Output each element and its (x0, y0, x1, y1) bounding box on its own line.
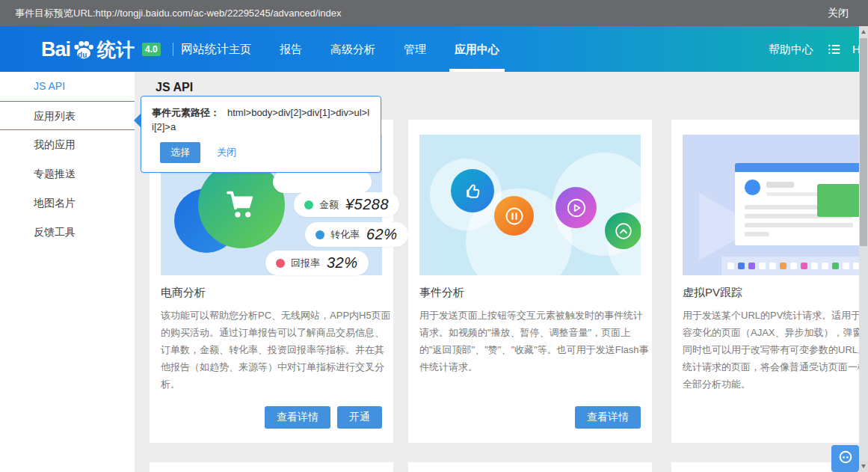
stat-label: 转化率 (330, 228, 360, 242)
tooltip-close-link[interactable]: 关闭 (217, 146, 236, 159)
event-illustration (419, 135, 641, 275)
card-description: 用于发送页面上按钮等交互元素被触发时的事件统计 请求。如视频的"播放、暂停、调整… (419, 307, 644, 376)
dock-square (780, 263, 787, 269)
pause-icon (494, 196, 534, 236)
vertical-scrollbar (859, 26, 868, 472)
tooltip-arrow-icon (134, 113, 141, 128)
scrollbar-down-button[interactable] (859, 461, 868, 472)
dock-square (843, 263, 849, 269)
stat-label: 金额 (319, 198, 339, 212)
sidebar-item-js-api[interactable]: JS API (0, 72, 135, 101)
card-virtual-pv: 虚拟PV跟踪 用于发送某个URL的PV统计请求。适用于统 容变化的页面（AJAX… (671, 120, 868, 443)
logo-divider (173, 43, 173, 56)
customer-service-button[interactable] (831, 445, 859, 472)
card-title: 事件分析 (419, 286, 464, 300)
dock-square (727, 263, 734, 269)
stat-label: 回报率 (291, 257, 320, 270)
baidu-tongji-logo[interactable]: Bai du 统计 4.0 网站统计 (41, 36, 229, 63)
desc-line: 同时也可以用于改写带有可变参数的URL。 (683, 341, 868, 358)
dock-square (822, 263, 828, 269)
stat-dot-roi (276, 259, 285, 268)
nav-item-app-center[interactable]: 应用中心 (440, 26, 514, 72)
logo-text-bai: Bai (41, 38, 70, 61)
logo-text-du: du (78, 51, 87, 59)
avatar (745, 180, 760, 195)
select-button[interactable]: 选择 (160, 142, 200, 163)
dock-square (769, 263, 776, 269)
cart-icon (198, 162, 285, 248)
browser-titlebar (735, 163, 868, 172)
card-event-analysis: 事件分析 用于发送页面上按钮等交互元素被触发时的事件统计 请求。如视频的"播放、… (408, 120, 652, 443)
card-actions: 查看详情 (575, 406, 641, 429)
page-title: JS API (156, 81, 193, 94)
desc-line: 他报告（如趋势、来源等）中对订单指标进行交叉分 (161, 358, 385, 376)
view-details-button[interactable]: 查看详情 (265, 406, 330, 429)
nav-item-manage[interactable]: 管理 (390, 26, 440, 72)
play-icon (555, 187, 597, 228)
thumbs-up-icon (451, 169, 494, 212)
scroll-down-icon (861, 465, 866, 468)
scroll-up-icon (861, 30, 866, 34)
dock-square (832, 263, 839, 269)
placeholder-bar (745, 232, 769, 236)
baidu-paw-icon: du (71, 37, 96, 62)
preview-close-link[interactable]: 关闭 (828, 0, 849, 26)
stat-pill-conversion: 转化率 62% (305, 222, 408, 247)
desc-line: 件统计请求。 (419, 358, 644, 376)
preview-url-label: 事件目标预览URL:http://tongji.baidu.com/ac-web… (15, 0, 341, 26)
headset-icon (837, 448, 855, 469)
stat-pill-roi: 回报率 32% (265, 251, 369, 275)
tooltip-text: 事件元素路径：html>body>div[2]>div[1]>div>ul>li… (152, 105, 370, 134)
nav-item-report[interactable]: 报告 (265, 26, 316, 72)
desc-line: 订单数，金额、转化率、投资回报率等指标。并在其 (161, 341, 385, 358)
version-badge: 4.0 (142, 43, 161, 56)
desc-line: 统计请求的页面，将会像普通受访页面一样 (683, 358, 868, 376)
card-title: 电商分析 (161, 286, 206, 300)
preview-topbar: 事件目标预览URL:http://tongji.baidu.com/ac-web… (0, 0, 868, 26)
desc-line: 用于发送页面上按钮等交互元素被触发时的事件统计 (419, 307, 644, 324)
activate-button[interactable]: 开通 (337, 406, 382, 429)
nav-menu: 主页 报告 高级分析 管理 应用中心 (215, 26, 514, 72)
view-details-button[interactable]: 查看详情 (575, 406, 641, 429)
card-description: 该功能可以帮助您分析PC、无线网站，APP内H5页面 的购买活动。通过订单报告可… (161, 307, 385, 393)
card-actions: 查看详情 开通 (265, 406, 382, 429)
dock-square (748, 263, 755, 269)
stat-pill-amount: 金额 ¥5288 (294, 192, 399, 217)
stat-pill-partial (273, 171, 372, 193)
desc-line: 的购买活动。通过订单报告可以了解商品交易信息、 (161, 324, 385, 341)
card-partial (150, 462, 393, 472)
tooltip-actions: 选择 关闭 (152, 142, 370, 163)
desc-line: 用于发送某个URL的PV统计请求。适用于统 (683, 307, 868, 324)
sidebar: JS API 应用列表 我的应用 专题推送 地图名片 反馈工具 (0, 72, 135, 472)
scrollbar-up-button[interactable] (859, 26, 868, 37)
list-menu-icon[interactable] (827, 42, 842, 57)
element-path-label: 事件元素路径： (152, 107, 220, 118)
stat-value: 32% (327, 254, 358, 272)
desc-line: 该功能可以帮助您分析PC、无线网站，APP内H5页面 (161, 307, 385, 324)
nav-item-home[interactable]: 主页 (215, 26, 265, 72)
main-navbar: Bai du 统计 4.0 网站统计 主页 报告 (0, 26, 868, 72)
nav-item-advanced-analysis[interactable]: 高级分析 (316, 26, 390, 72)
dock-row (721, 257, 868, 275)
card-description: 用于发送某个URL的PV统计请求。适用于统 容变化的页面（AJAX、异步加载），… (683, 307, 868, 393)
element-path-tooltip: 事件元素路径：html>body>div[2]>div[1]>div>ul>li… (141, 96, 381, 173)
sidebar-item-my-apps[interactable]: 我的应用 (0, 130, 135, 159)
sidebar-item-feedback-tool[interactable]: 反馈工具 (0, 218, 135, 247)
card-partial (408, 462, 652, 472)
sidebar-item-map-card[interactable]: 地图名片 (0, 189, 135, 218)
card-title: 虚拟PV跟踪 (683, 286, 742, 300)
sidebar-item-app-list[interactable]: 应用列表 (0, 101, 135, 130)
stat-dot-amount (304, 200, 313, 209)
help-center-link[interactable]: 帮助中心 (769, 26, 813, 72)
stat-value: ¥5288 (345, 196, 389, 213)
dock-square (811, 263, 818, 269)
desc-line: 容变化的页面（AJAX、异步加载），弹窗， (683, 324, 868, 341)
browser-window-mock (735, 163, 868, 245)
scrollbar-thumb[interactable] (860, 38, 867, 246)
desc-line: 全部分析功能。 (683, 376, 868, 393)
stat-dot-conversion (316, 230, 324, 239)
desc-line: 的"返回顶部"、"赞"、"收藏"等。也可用于发送Flash事 (419, 341, 644, 358)
sidebar-item-topic-push[interactable]: 专题推送 (0, 159, 135, 189)
dock-square (790, 263, 797, 269)
desc-line: 请求。如视频的"播放、暂停、调整音量"，页面上 (419, 324, 644, 341)
